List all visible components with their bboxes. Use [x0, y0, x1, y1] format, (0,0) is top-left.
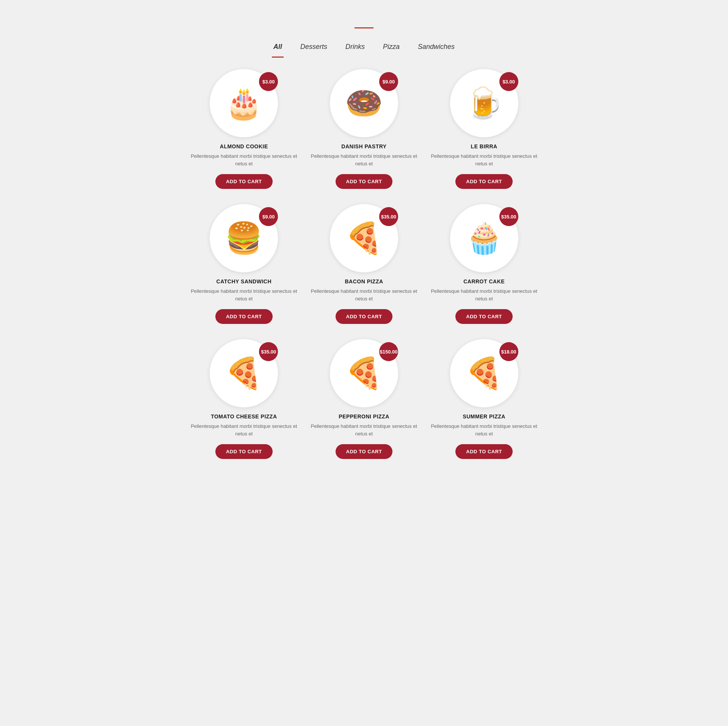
price-badge-catchy-sandwich: $9.00 [259, 207, 278, 226]
item-image-pepperoni-pizza: 🍕 [345, 358, 383, 388]
menu-item-danish-pastry: 🍩 $9.00 DANISH PASTRY Pellentesque habit… [310, 69, 419, 189]
item-image-summer-pizza: 🍕 [465, 358, 503, 388]
price-badge-pepperoni-pizza: $150.00 [379, 342, 398, 361]
item-image-wrap-carrot-cake: 🧁 $35.00 [450, 204, 518, 272]
price-badge-danish-pastry: $9.00 [379, 72, 398, 91]
item-image-le-birra: 🍺 [465, 88, 503, 118]
menu-item-le-birra: 🍺 $3.00 LE BIRRA Pellentesque habitant m… [430, 69, 538, 189]
price-badge-carrot-cake: $35.00 [499, 207, 518, 226]
item-name-catchy-sandwich: CATCHY SANDWICH [217, 278, 271, 284]
add-to-cart-tomato-cheese-pizza[interactable]: ADD TO CART [215, 444, 273, 459]
item-image-wrap-summer-pizza: 🍕 $18.00 [450, 339, 518, 407]
tab-desserts[interactable]: Desserts [299, 40, 329, 54]
menu-item-pepperoni-pizza: 🍕 $150.00 PEPPERONI PIZZA Pellentesque h… [310, 339, 419, 459]
price-badge-almond-cookie: $3.00 [259, 72, 278, 91]
add-to-cart-bacon-pizza[interactable]: ADD TO CART [336, 309, 393, 324]
item-desc-almond-cookie: Pellentesque habitant morbi tristique se… [190, 152, 298, 167]
item-desc-danish-pastry: Pellentesque habitant morbi tristique se… [310, 152, 419, 167]
menu-item-tomato-cheese-pizza: 🍕 $35.00 TOMATO CHEESE PIZZA Pellentesqu… [190, 339, 298, 459]
add-to-cart-almond-cookie[interactable]: ADD TO CART [215, 174, 273, 189]
tab-pizza[interactable]: Pizza [381, 40, 401, 54]
menu-item-catchy-sandwich: 🍔 $9.00 CATCHY SANDWICH Pellentesque hab… [190, 204, 298, 324]
add-to-cart-danish-pastry[interactable]: ADD TO CART [336, 174, 393, 189]
item-name-almond-cookie: ALMOND COOKIE [220, 143, 268, 149]
item-name-pepperoni-pizza: PEPPERONI PIZZA [339, 413, 389, 420]
item-desc-tomato-cheese-pizza: Pellentesque habitant morbi tristique se… [190, 423, 298, 437]
menu-item-bacon-pizza: 🍕 $35.00 BACON PIZZA Pellentesque habita… [310, 204, 419, 324]
price-badge-bacon-pizza: $35.00 [379, 207, 398, 226]
tab-sandwiches[interactable]: Sandwiches [416, 40, 456, 54]
item-image-almond-cookie: 🎂 [225, 88, 263, 118]
add-to-cart-carrot-cake[interactable]: ADD TO CART [455, 309, 513, 324]
item-name-le-birra: LE BIRRA [471, 143, 497, 149]
item-desc-summer-pizza: Pellentesque habitant morbi tristique se… [430, 423, 538, 437]
item-desc-carrot-cake: Pellentesque habitant morbi tristique se… [430, 288, 538, 302]
item-desc-catchy-sandwich: Pellentesque habitant morbi tristique se… [190, 288, 298, 302]
item-image-danish-pastry: 🍩 [345, 88, 383, 118]
item-desc-bacon-pizza: Pellentesque habitant morbi tristique se… [310, 288, 419, 302]
add-to-cart-pepperoni-pizza[interactable]: ADD TO CART [336, 444, 393, 459]
item-name-carrot-cake: CARROT CAKE [463, 278, 505, 284]
item-image-wrap-le-birra: 🍺 $3.00 [450, 69, 518, 137]
item-desc-pepperoni-pizza: Pellentesque habitant morbi tristique se… [310, 423, 419, 437]
add-to-cart-summer-pizza[interactable]: ADD TO CART [455, 444, 513, 459]
tab-drinks[interactable]: Drinks [344, 40, 366, 54]
category-tabs: AllDessertsDrinksPizzaSandwiches [190, 40, 538, 54]
item-image-carrot-cake: 🧁 [465, 223, 503, 253]
item-name-bacon-pizza: BACON PIZZA [345, 278, 383, 284]
title-underline [355, 27, 373, 28]
add-to-cart-catchy-sandwich[interactable]: ADD TO CART [215, 309, 273, 324]
item-image-wrap-almond-cookie: 🎂 $3.00 [210, 69, 278, 137]
tab-all[interactable]: All [272, 40, 284, 54]
add-to-cart-le-birra[interactable]: ADD TO CART [455, 174, 513, 189]
price-badge-le-birra: $3.00 [499, 72, 518, 91]
item-name-summer-pizza: SUMMER PIZZA [463, 413, 505, 420]
item-name-tomato-cheese-pizza: TOMATO CHEESE PIZZA [211, 413, 277, 420]
page-wrapper: AllDessertsDrinksPizzaSandwiches 🎂 $3.00… [182, 0, 546, 489]
menu-item-carrot-cake: 🧁 $35.00 CARROT CAKE Pellentesque habita… [430, 204, 538, 324]
item-image-wrap-tomato-cheese-pizza: 🍕 $35.00 [210, 339, 278, 407]
menu-item-almond-cookie: 🎂 $3.00 ALMOND COOKIE Pellentesque habit… [190, 69, 298, 189]
header-section [190, 27, 538, 28]
price-badge-summer-pizza: $18.00 [499, 342, 518, 361]
item-image-wrap-danish-pastry: 🍩 $9.00 [330, 69, 398, 137]
item-image-wrap-pepperoni-pizza: 🍕 $150.00 [330, 339, 398, 407]
item-image-tomato-cheese-pizza: 🍕 [225, 358, 263, 388]
item-image-catchy-sandwich: 🍔 [225, 223, 263, 253]
item-name-danish-pastry: DANISH PASTRY [341, 143, 386, 149]
item-image-bacon-pizza: 🍕 [345, 223, 383, 253]
item-image-wrap-catchy-sandwich: 🍔 $9.00 [210, 204, 278, 272]
item-image-wrap-bacon-pizza: 🍕 $35.00 [330, 204, 398, 272]
menu-grid: 🎂 $3.00 ALMOND COOKIE Pellentesque habit… [190, 69, 538, 459]
item-desc-le-birra: Pellentesque habitant morbi tristique se… [430, 152, 538, 167]
price-badge-tomato-cheese-pizza: $35.00 [259, 342, 278, 361]
menu-item-summer-pizza: 🍕 $18.00 SUMMER PIZZA Pellentesque habit… [430, 339, 538, 459]
